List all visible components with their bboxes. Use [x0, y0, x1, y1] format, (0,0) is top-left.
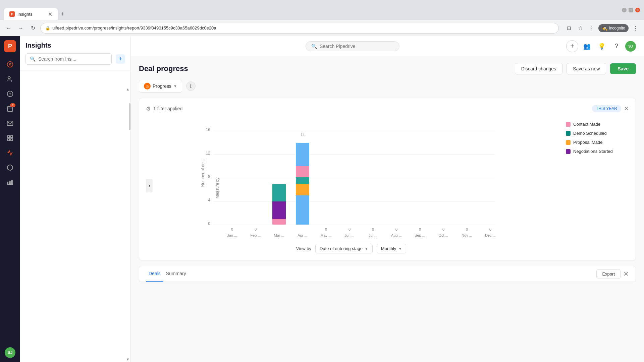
svg-text:16: 16	[206, 127, 211, 132]
browser-menu-icon[interactable]: ⋮	[587, 23, 596, 33]
back-button[interactable]: ←	[4, 23, 13, 33]
scroll-down-arrow[interactable]: ▼	[125, 357, 130, 362]
chart-card: ⚙ 1 filter applied THIS YEAR ✕ ›	[139, 98, 636, 260]
people-icon[interactable]: 👥	[581, 40, 593, 52]
url-text: uifeed.pipedrive.com/progress/insights/r…	[52, 25, 216, 31]
sidebar-icon-integrations[interactable]	[3, 176, 17, 189]
save-as-new-button[interactable]: Save as new	[567, 63, 606, 74]
screen-cast-icon[interactable]: ⊡	[564, 23, 574, 33]
report-controls: ◎ Progress ▼ ℹ	[139, 80, 636, 93]
browser-tabs: P Insights ✕ +	[4, 0, 67, 20]
sidebar-icon-insights[interactable]	[3, 58, 17, 71]
svg-text:0: 0	[466, 227, 468, 231]
help-icon[interactable]: ?	[610, 40, 623, 52]
chrome-menu-icon[interactable]: ⋮	[631, 23, 640, 33]
date-entering-stage-select[interactable]: Date of entering stage ▼	[315, 244, 373, 253]
scroll-up-arrow[interactable]: ▲	[125, 86, 130, 92]
legend-label-negotiations-started: Negotiations Started	[573, 149, 613, 154]
view-by-label: View by	[296, 246, 311, 251]
bottom-tabs: Deals Summary Export ✕	[139, 266, 636, 282]
tab-summary[interactable]: Summary	[163, 266, 189, 282]
user-avatar-top[interactable]: SJ	[625, 41, 636, 52]
sidebar-search-container[interactable]: 🔍	[25, 53, 112, 65]
close-bottom-button[interactable]: ✕	[623, 270, 629, 278]
svg-text:Apr ...: Apr ...	[298, 233, 307, 237]
legend-dot-demo-scheduled	[566, 131, 571, 136]
minimize-button[interactable]: ─	[622, 8, 627, 12]
chart-legend: Contact Made Demo Scheduled Proposal Mad…	[562, 118, 629, 253]
bulb-icon[interactable]: 💡	[596, 40, 608, 52]
save-button[interactable]: Save	[610, 63, 636, 74]
sidebar-past-item[interactable]: › Past	[20, 359, 130, 362]
discard-changes-button[interactable]: Discard changes	[515, 63, 562, 74]
legend-label-contact-made: Contact Made	[573, 122, 600, 127]
info-button[interactable]: ℹ	[186, 81, 196, 91]
svg-rect-11	[11, 136, 13, 138]
sidebar-header: Insights 🔍 +	[20, 36, 130, 70]
svg-rect-10	[8, 136, 10, 138]
sidebar-icon-reports[interactable]	[3, 131, 17, 145]
incognito-button[interactable]: 🕵 Incognito	[598, 24, 629, 32]
refresh-button[interactable]: ↻	[28, 23, 38, 33]
sidebar-content: › Past Reports ▼ 11/150 ℹ ··· ▼ My repor…	[20, 357, 130, 362]
main-content: 🔍 + 👥 💡 ? SJ Deal progress Discard chang…	[131, 36, 644, 362]
svg-point-0	[7, 62, 13, 67]
sidebar-scrollbar[interactable]	[20, 70, 22, 357]
svg-text:0: 0	[442, 227, 444, 231]
chart-svg: 0 4 8 12 16 Number of d	[146, 118, 556, 238]
legend-dot-proposal-made	[566, 140, 571, 145]
sidebar-search-input[interactable]	[38, 56, 107, 62]
report-actions: Discard changes Save as new Save	[515, 63, 636, 74]
forward-button[interactable]: →	[16, 23, 25, 33]
svg-text:Dec ...: Dec ...	[485, 233, 496, 237]
expand-chart-button[interactable]: ›	[146, 179, 153, 192]
svg-point-2	[8, 77, 10, 79]
export-button[interactable]: Export	[596, 269, 621, 279]
new-tab-button[interactable]: +	[58, 9, 67, 19]
svg-text:Number of de...: Number of de...	[201, 159, 205, 187]
svg-text:Jul ...: Jul ...	[369, 233, 377, 237]
tab-deals[interactable]: Deals	[146, 266, 163, 282]
close-tab-button[interactable]: ✕	[48, 11, 52, 17]
progress-dropdown-button[interactable]: ◎ Progress ▼	[139, 80, 182, 93]
sidebar-icon-activities[interactable]: 2	[3, 102, 17, 115]
sidebar-icon-deals[interactable]	[3, 87, 17, 101]
svg-rect-16	[11, 180, 12, 184]
svg-rect-39	[296, 195, 309, 225]
global-search-bar[interactable]: 🔍	[306, 41, 399, 51]
monthly-select-chevron-icon: ▼	[398, 247, 402, 251]
sidebar-app-title: Insights	[25, 42, 125, 49]
svg-text:0: 0	[489, 227, 491, 231]
filter-right: THIS YEAR ✕	[592, 105, 629, 112]
app-container: P 2 SJ Insi	[0, 36, 644, 362]
bottom-card: Deals Summary Export ✕	[139, 266, 636, 282]
active-tab[interactable]: P Insights ✕	[4, 8, 58, 20]
legend-label-proposal-made: Proposal Made	[573, 140, 602, 145]
svg-text:0: 0	[208, 221, 210, 226]
svg-text:Jan ...: Jan ...	[227, 233, 237, 237]
svg-text:0: 0	[325, 227, 327, 231]
svg-text:Aug ...: Aug ...	[391, 233, 402, 237]
svg-text:May ...: May ...	[320, 233, 331, 237]
app-logo: P	[4, 40, 16, 52]
address-bar[interactable]: 🔒 uifeed.pipedrive.com/progress/insights…	[40, 23, 559, 34]
close-window-button[interactable]: ✕	[635, 8, 640, 12]
browser-nav-right: ⊡ ☆ ⋮ 🕵 Incognito ⋮	[564, 23, 640, 33]
add-button[interactable]: +	[566, 40, 578, 52]
sidebar-icon-contacts[interactable]	[3, 72, 17, 86]
sidebar-icon-mail[interactable]	[3, 117, 17, 130]
filter-bar: ⚙ 1 filter applied THIS YEAR ✕	[146, 105, 629, 112]
svg-point-1	[9, 64, 11, 65]
sidebar-scroll-thumb[interactable]	[129, 103, 130, 130]
bookmark-icon[interactable]: ☆	[576, 23, 585, 33]
sidebar-add-button[interactable]: +	[116, 54, 125, 64]
browser-nav: ← → ↻ 🔒 uifeed.pipedrive.com/progress/in…	[0, 20, 644, 36]
chart-container: › 0 4 8 12 16	[146, 118, 629, 253]
global-search-input[interactable]	[320, 44, 387, 49]
maximize-button[interactable]: □	[629, 8, 633, 12]
sidebar-icon-products[interactable]	[3, 161, 17, 174]
sidebar-icon-chart[interactable]	[3, 146, 17, 160]
monthly-select[interactable]: Monthly ▼	[377, 244, 406, 253]
user-avatar-sidebar[interactable]: SJ	[5, 347, 15, 358]
close-filter-button[interactable]: ✕	[624, 105, 629, 112]
